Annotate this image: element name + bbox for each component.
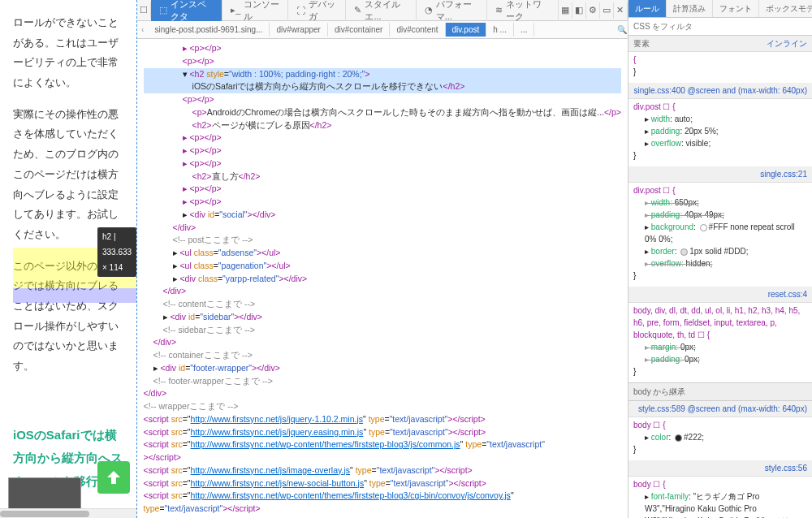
dom-line[interactable]: ▸ <p></p>: [144, 145, 621, 158]
dom-line[interactable]: <!-- containerここまで -->: [144, 349, 621, 362]
rule-body[interactable]: body ☐ {▸ color: #222;}: [628, 417, 812, 460]
dom-line[interactable]: <script src="http://www.firstsync.net/js…: [144, 413, 621, 426]
search-icon[interactable]: 🔍: [616, 25, 628, 34]
arrow-up-icon: [104, 468, 123, 487]
dom-line[interactable]: <h2>ページが横にブレる原因</h2>: [144, 119, 621, 132]
dom-line[interactable]: <h2>直し方</h2>: [144, 171, 621, 183]
preview-text: ロールができないことがある。これはユーザービリティの上で非常によくない。: [13, 13, 123, 93]
dom-line[interactable]: </div>: [144, 285, 621, 298]
breadcrumb-item[interactable]: h ...: [486, 23, 514, 37]
breadcrumb-item[interactable]: div.post: [446, 23, 487, 37]
dom-line[interactable]: type="text/javascript"></script>: [144, 503, 621, 516]
dock-icon[interactable]: ▭: [600, 2, 614, 19]
dom-line[interactable]: <!-- postここまで -->: [144, 234, 621, 247]
dom-line[interactable]: ▸ <p></p>: [144, 42, 621, 55]
dom-line[interactable]: ▸ <ul class="adsense"></ul>: [144, 247, 621, 260]
breadcrumb-item[interactable]: div#wrapper: [270, 23, 327, 37]
css-rules[interactable]: 要素インライン{}single.css:400 @screen and (max…: [628, 36, 812, 518]
dom-line[interactable]: <!-- wrapperここまで -->: [144, 400, 621, 413]
dom-line[interactable]: <!-- sidebarここまで -->: [144, 324, 621, 337]
dom-line[interactable]: ></script>: [144, 451, 621, 464]
breadcrumb-prev[interactable]: ‹: [137, 25, 149, 34]
inherit-header: body から継承: [628, 382, 812, 401]
rule-source[interactable]: style.css:56: [628, 460, 812, 477]
horizontal-scrollbar[interactable]: [0, 508, 136, 518]
dom-line[interactable]: ▸ <div class="yarpp-related"></div>: [144, 273, 621, 286]
rule-source[interactable]: single.css:400 @screen and (max-width: 6…: [628, 83, 812, 99]
tab-boxmodel[interactable]: ボックスモデ: [759, 0, 812, 17]
breadcrumb-item[interactable]: ...: [514, 23, 534, 37]
rule-body[interactable]: {}: [628, 52, 812, 83]
dom-line[interactable]: <p>AndroidのChromeの場合は横方向へスクロールした時もそのまま縦方…: [144, 106, 621, 119]
dom-line[interactable]: </div>: [144, 387, 621, 400]
dom-line[interactable]: <p></p>: [144, 93, 621, 106]
rule-source[interactable]: single.css:21: [628, 166, 812, 183]
pick-element-icon[interactable]: ☐: [137, 2, 151, 19]
preview-text: 実際にその操作性の悪さを体感していただくため、このブログ内のこのページだけは横方…: [13, 105, 123, 245]
breadcrumb-item[interactable]: div#container: [328, 23, 390, 37]
css-filter-input[interactable]: [628, 18, 812, 35]
console-icon: ▸_: [231, 5, 240, 15]
dom-line[interactable]: ▸ <p></p>: [144, 158, 621, 171]
dom-line[interactable]: <script src="http://www.firstsync.net/wp…: [144, 490, 621, 503]
network-icon: ≋: [495, 5, 503, 15]
breadcrumb-item[interactable]: single-post.postid-9691.sing...: [149, 23, 270, 37]
dom-line[interactable]: <script src="http://www.firstsync.net/js…: [144, 426, 621, 439]
dom-line[interactable]: ▸ <div id="footer-wrapper"></div>: [144, 362, 621, 375]
rule-source[interactable]: style.css:589 @screen and (max-width: 64…: [628, 401, 812, 417]
dom-breadcrumb: ‹ single-post.postid-9691.sing... div#wr…: [137, 21, 628, 39]
dom-line[interactable]: <!-- contentここまで -->: [144, 298, 621, 311]
element-tooltip: h2 | 333.633 × 114: [97, 227, 136, 277]
breadcrumb-item[interactable]: div#content: [390, 23, 445, 37]
highlight-content: [13, 288, 136, 303]
settings-icon[interactable]: ⚙: [586, 2, 600, 19]
page-preview: ロールができないことがある。これはユーザービリティの上で非常によくない。 実際に…: [0, 0, 137, 518]
dom-line[interactable]: ▸ <div id="sidebar"></div>: [144, 311, 621, 324]
responsive-icon[interactable]: ◧: [572, 2, 586, 19]
dom-line[interactable]: ▸ <p></p>: [144, 196, 621, 209]
rule-body[interactable]: body ☐ {▸ font-family: "ヒラギノ角ゴ Pro W3","…: [628, 477, 812, 518]
dom-line[interactable]: ▸ <p></p>: [144, 132, 621, 145]
split-console-icon[interactable]: ▦: [559, 2, 572, 19]
dom-line[interactable]: <p></p>: [144, 55, 621, 68]
dom-line[interactable]: ▸ <ul class="pagenation"></ul>: [144, 260, 621, 273]
scroll-top-button[interactable]: [97, 461, 130, 494]
tab-rules[interactable]: ルール: [628, 0, 667, 17]
dom-line[interactable]: <script src="http://www.firstsync.net/js…: [144, 464, 621, 477]
dom-line[interactable]: ▸ <div id="social"></div>: [144, 209, 621, 222]
dom-line[interactable]: <!-- footer-wrapperここまで -->: [144, 375, 621, 388]
dom-line[interactable]: ▸ <p></p>: [144, 183, 621, 196]
styles-tabs: ルール 計算済み フォント ボックスモデ: [628, 0, 812, 18]
close-icon[interactable]: ✕: [614, 2, 628, 19]
tab-fonts[interactable]: フォント: [713, 0, 759, 17]
dom-line[interactable]: <script src="http://www.firstsync.net/js…: [144, 477, 621, 490]
inspector-icon: ⬚: [159, 5, 167, 15]
rule-body[interactable]: body, div, dl, dt, dd, ul, ol, li, h1, h…: [628, 303, 812, 382]
dom-line[interactable]: iOSのSafariでは横方向から縦方向へスクロールを移行できない</h2>: [144, 80, 621, 93]
dom-line[interactable]: ▾ <h2 style="width : 100%; padding-right…: [144, 68, 621, 81]
style-icon: ✎: [354, 5, 361, 15]
rule-source[interactable]: 要素インライン: [628, 36, 812, 52]
dom-line[interactable]: <script src="http://www.firstsync.net/wp…: [144, 438, 621, 451]
rule-body[interactable]: div.post ☐ {▸ width: 650px;▸ padding: 40…: [628, 183, 812, 287]
rule-body[interactable]: div.post ☐ {▸ width: auto;▸ padding: 20p…: [628, 99, 812, 166]
rule-source[interactable]: reset.css:4: [628, 287, 812, 303]
dom-line[interactable]: </div>: [144, 336, 621, 349]
css-filter: [628, 18, 812, 36]
tab-computed[interactable]: 計算済み: [667, 0, 713, 17]
dom-tree[interactable]: ▸ <p></p><p></p>▾ <h2 style="width : 100…: [137, 39, 628, 518]
dom-line[interactable]: </div>: [144, 222, 621, 235]
debugger-icon: ⛶: [296, 6, 305, 15]
perf-icon: ◔: [425, 5, 433, 15]
devtools-toolbar: ☐ ⬚インスペクタ ▸_コンソール ⛶デバッガ ✎スタイルエ... ◔パフォーマ…: [137, 0, 628, 21]
